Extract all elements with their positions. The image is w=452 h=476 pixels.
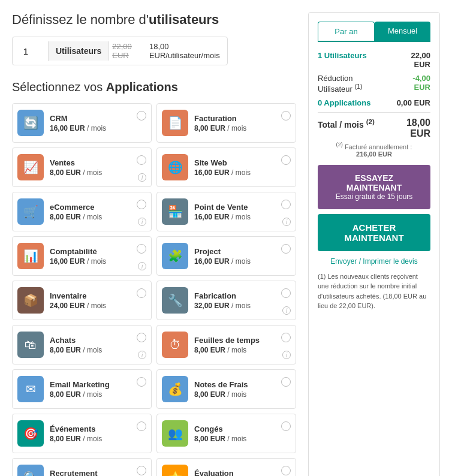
app-radio-ecommerce[interactable] <box>137 200 146 209</box>
app-name-fabrication: Fabrication <box>194 291 291 300</box>
app-price-ventes: 8,00 EUR / mois <box>50 168 146 177</box>
app-name-achats: Achats <box>50 336 146 345</box>
users-price-new: 18,00 EUR/utilisateur/mois <box>146 37 227 65</box>
app-item-inventaire[interactable]: 📦 Inventaire 24,00 EUR / mois <box>12 281 152 320</box>
app-radio-crm[interactable] <box>137 111 146 120</box>
app-radio-facturation[interactable] <box>281 111 291 120</box>
app-info-email: Email Marketing 8,00 EUR / mois <box>50 380 146 399</box>
app-item-ecommerce[interactable]: 🛒 eCommerce 8,00 EUR / mois i <box>12 192 152 231</box>
app-item-evaluation[interactable]: ⭐ Évaluation 8,00 EUR / mois <box>156 458 296 476</box>
app-icon-siteweb: 🌐 <box>162 154 188 180</box>
app-price-achats: 8,00 EUR / mois <box>50 346 146 354</box>
app-price-fabrication: 32,00 EUR / mois <box>194 302 291 310</box>
app-name-notes: Notes de Frais <box>194 380 291 389</box>
app-item-pointvente[interactable]: 🏪 Point de Vente 16,00 EUR / mois i <box>156 192 296 231</box>
app-item-conges[interactable]: 👥 Congés 8,00 EUR / mois <box>156 414 296 453</box>
panel-tabs: Par an Mensuel <box>318 22 430 42</box>
app-price-project: 16,00 EUR / mois <box>194 257 291 266</box>
app-item-email[interactable]: ✉ Email Marketing 8,00 EUR / mois <box>12 369 152 409</box>
app-radio-inventaire[interactable] <box>137 288 146 298</box>
app-price-notes: 8,00 EUR / mois <box>194 390 291 399</box>
app-info-recrutement: Recrutement 8,00 EUR / mois <box>50 469 146 477</box>
app-info-conges: Congés 8,00 EUR / mois <box>194 424 291 443</box>
app-radio-feuilles[interactable] <box>281 333 291 342</box>
app-radio-siteweb[interactable] <box>281 155 291 165</box>
app-info-icon-achats[interactable]: i <box>138 351 146 359</box>
app-radio-evenements[interactable] <box>137 421 146 431</box>
app-price-conges: 8,00 EUR / mois <box>194 435 291 443</box>
app-radio-notes[interactable] <box>281 377 291 387</box>
panel-total-row: Total / mois (2) 18,00EUR <box>318 118 430 139</box>
app-icon-facturation: 📄 <box>162 110 188 136</box>
app-item-ventes[interactable]: 📈 Ventes 8,00 EUR / mois i <box>12 147 152 187</box>
app-radio-ventes[interactable] <box>137 155 146 165</box>
app-item-project[interactable]: 🧩 Project 16,00 EUR / mois <box>156 236 296 276</box>
app-info-crm: CRM 16,00 EUR / mois <box>50 114 146 132</box>
left-panel: Définissez le nombre d'utilisateurs Util… <box>12 12 308 476</box>
tab-annual[interactable]: Par an <box>318 22 375 41</box>
app-item-comptabilite[interactable]: 📊 Comptabilité 16,00 EUR / mois i <box>12 236 152 276</box>
app-name-project: Project <box>194 247 291 256</box>
app-name-crm: CRM <box>50 114 146 123</box>
app-info-ecommerce: eCommerce 8,00 EUR / mois <box>50 203 146 221</box>
app-item-siteweb[interactable]: 🌐 Site Web 16,00 EUR / mois <box>156 147 296 187</box>
send-link[interactable]: Envoyer / Imprimer le devis <box>318 257 430 266</box>
app-name-evaluation: Évaluation <box>194 469 291 477</box>
app-icon-notes: 💰 <box>162 376 188 402</box>
app-name-facturation: Facturation <box>194 114 291 123</box>
panel-reduction-label: Réduction Utilisateur (1) <box>318 74 363 94</box>
app-icon-conges: 👥 <box>162 420 188 447</box>
panel-users-value: 22,00EUR <box>411 51 430 69</box>
app-radio-comptabilite[interactable] <box>137 244 146 254</box>
app-radio-email[interactable] <box>137 377 146 387</box>
app-info-fabrication: Fabrication 32,00 EUR / mois <box>194 291 291 310</box>
app-icon-inventaire: 📦 <box>17 287 44 314</box>
app-icon-ventes: 📈 <box>17 154 44 180</box>
app-info-icon-ventes[interactable]: i <box>138 173 146 182</box>
app-radio-pointvente[interactable] <box>281 200 291 209</box>
app-radio-conges[interactable] <box>281 421 291 431</box>
app-radio-fabrication[interactable] <box>281 288 291 298</box>
app-radio-project[interactable] <box>281 244 291 254</box>
try-button[interactable]: ESSAYEZ MAINTENANT Essai gratuit de 15 j… <box>318 165 430 209</box>
app-info-icon-feuilles[interactable]: i <box>282 351 291 359</box>
app-info-icon-pointvente[interactable]: i <box>282 218 291 226</box>
app-item-feuilles[interactable]: ⏱ Feuilles de temps 8,00 EUR / mois i <box>156 325 296 364</box>
title-bold: utilisateurs <box>149 12 219 27</box>
app-price-inventaire: 24,00 EUR / mois <box>50 302 146 310</box>
app-radio-evaluation[interactable] <box>281 466 291 475</box>
app-info-icon-comptabilite[interactable]: i <box>138 262 146 270</box>
app-price-ecommerce: 8,00 EUR / mois <box>50 213 146 221</box>
panel-annual-note: (2) Facturé annuellement : 216,00 EUR <box>318 141 430 158</box>
apps-grid: 🔄 CRM 16,00 EUR / mois 📄 Facturation 8,0… <box>12 103 296 476</box>
app-radio-achats[interactable] <box>137 333 146 342</box>
app-price-facturation: 8,00 EUR / mois <box>194 124 291 132</box>
app-price-evenements: 8,00 EUR / mois <box>50 435 146 443</box>
app-item-crm[interactable]: 🔄 CRM 16,00 EUR / mois <box>12 103 152 143</box>
tab-monthly[interactable]: Mensuel <box>375 22 430 41</box>
buy-button[interactable]: ACHETER MAINTENANT <box>318 214 430 251</box>
app-info-pointvente: Point de Vente 16,00 EUR / mois <box>194 203 291 221</box>
app-item-facturation[interactable]: 📄 Facturation 8,00 EUR / mois <box>156 103 296 143</box>
app-item-evenements[interactable]: 🎯 Événements 8,00 EUR / mois <box>12 414 152 453</box>
app-info-evaluation: Évaluation 8,00 EUR / mois <box>194 469 291 477</box>
apps-section-title: Sélectionnez vos Applications <box>12 80 296 94</box>
app-item-fabrication[interactable]: 🔧 Fabrication 32,00 EUR / mois i <box>156 281 296 320</box>
panel-total-value: 18,00EUR <box>406 118 430 139</box>
app-icon-project: 🧩 <box>162 243 188 269</box>
users-input[interactable] <box>13 41 49 61</box>
app-info-achats: Achats 8,00 EUR / mois <box>50 336 146 354</box>
app-item-recrutement[interactable]: 🔍 Recrutement 8,00 EUR / mois <box>12 458 152 476</box>
app-icon-ecommerce: 🛒 <box>17 198 44 225</box>
app-radio-recrutement[interactable] <box>137 466 146 475</box>
app-price-email: 8,00 EUR / mois <box>50 390 146 399</box>
app-info-icon-ecommerce[interactable]: i <box>138 218 146 226</box>
app-item-notes[interactable]: 💰 Notes de Frais 8,00 EUR / mois <box>156 369 296 409</box>
app-info-icon-fabrication[interactable]: i <box>282 306 291 315</box>
panel-users-row: 1 Utilisateurs 22,00EUR <box>318 51 430 69</box>
app-info-ventes: Ventes 8,00 EUR / mois <box>50 158 146 177</box>
app-item-achats[interactable]: 🛍 Achats 8,00 EUR / mois i <box>12 325 152 364</box>
users-row: Utilisateurs 22,00 EUR 18,00 EUR/utilisa… <box>12 37 228 65</box>
apps-title-prefix: Sélectionnez vos <box>12 80 106 94</box>
page-title: Définissez le nombre d'utilisateurs <box>12 12 296 28</box>
